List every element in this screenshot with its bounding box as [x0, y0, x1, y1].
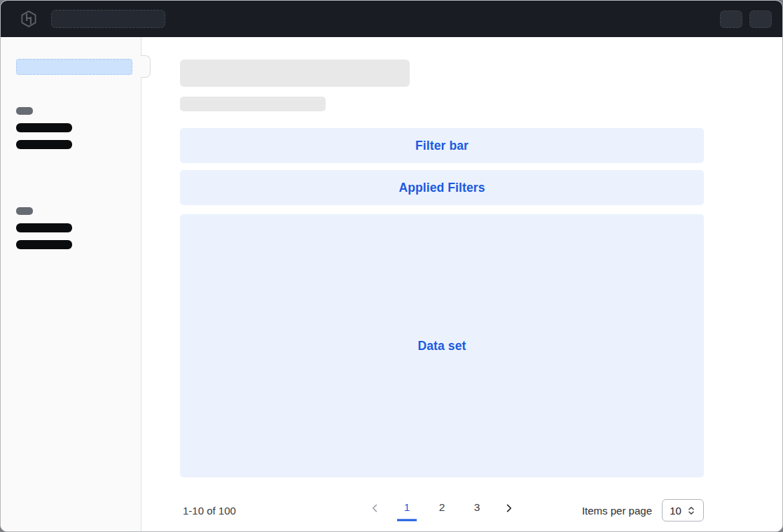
items-per-page-group: Items per page 10	[582, 499, 704, 522]
items-per-page-select[interactable]: 10	[662, 499, 704, 522]
sidebar-section-label-1	[16, 107, 33, 115]
page-subtitle-skeleton	[180, 97, 326, 111]
sidebar-item[interactable]	[16, 240, 72, 249]
main-content: Filter bar Applied Filters Data set 1-10…	[141, 37, 782, 531]
pagination-range-text: 1-10 of 100	[180, 505, 236, 517]
app-window: Filter bar Applied Filters Data set 1-10…	[0, 0, 783, 532]
data-set-section: Data set	[180, 214, 704, 477]
previous-page-button[interactable]	[368, 503, 382, 518]
sidebar-active-item[interactable]	[16, 59, 132, 75]
data-set-label: Data set	[418, 339, 466, 354]
pagination-footer: 1-10 of 100 1 2 3 Items per page 10	[180, 493, 704, 527]
applied-filters-section: Applied Filters	[180, 170, 704, 205]
chevron-left-icon	[370, 503, 380, 514]
applied-filters-label: Applied Filters	[399, 181, 485, 195]
chevrons-up-down-icon	[686, 505, 696, 516]
filter-bar-section: Filter bar	[180, 128, 704, 163]
page-button[interactable]: 2	[432, 500, 452, 522]
topnav-action-button-2[interactable]	[749, 10, 772, 28]
filter-bar-label: Filter bar	[415, 139, 469, 153]
topnav-action-button-1[interactable]	[720, 10, 742, 28]
page-button[interactable]: 1	[397, 500, 417, 522]
items-per-page-label: Items per page	[582, 505, 652, 517]
items-per-page-value: 10	[670, 505, 681, 517]
sidebar-item[interactable]	[16, 140, 72, 149]
chevron-right-icon	[504, 503, 514, 514]
pager: 1 2 3	[368, 500, 515, 522]
page-button[interactable]: 3	[467, 500, 487, 522]
hashicorp-logo-icon	[20, 10, 37, 27]
top-nav-bar	[1, 1, 782, 37]
sidebar-item[interactable]	[16, 223, 72, 232]
next-page-button[interactable]	[502, 503, 515, 518]
sidebar-section-label-2	[16, 207, 33, 215]
sidebar-toggle-tab[interactable]	[141, 55, 151, 78]
page-title-skeleton	[180, 59, 410, 87]
sidebar-item[interactable]	[16, 123, 72, 132]
sidebar	[1, 37, 141, 531]
search-input[interactable]	[51, 10, 165, 28]
app-body: Filter bar Applied Filters Data set 1-10…	[1, 37, 782, 531]
